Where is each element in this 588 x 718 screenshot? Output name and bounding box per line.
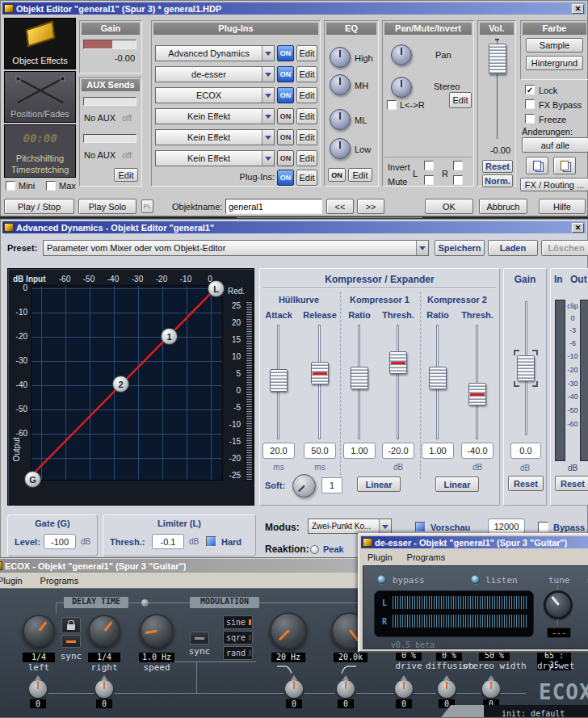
ecox-preset-bar[interactable]: init: default [484, 705, 588, 717]
vol-fader-handle[interactable] [489, 44, 506, 74]
loeschen-button[interactable]: Löschen [541, 240, 588, 256]
attack-slider[interactable] [270, 369, 288, 392]
plugins-master-edit-button[interactable]: Edit [296, 170, 317, 186]
laden-button[interactable]: Laden [488, 240, 538, 256]
mod-sync-button[interactable] [190, 632, 209, 645]
plugins-master-on-button[interactable]: ON [277, 170, 294, 186]
mod-speed-knob[interactable] [140, 614, 174, 648]
plugin-slot-6-on-button[interactable]: ON [277, 150, 294, 166]
preset-select[interactable]: Parameter vom Mixer oder vom Objekt-Edit… [43, 240, 429, 256]
paste-button[interactable] [553, 157, 576, 174]
peak-radio[interactable] [310, 545, 319, 554]
aux-bar-2[interactable] [83, 134, 136, 143]
fx-routing-button[interactable]: FX / Routing ... [520, 178, 588, 191]
plugin-slot-4-select[interactable]: Kein Effekt [155, 108, 275, 124]
lr-swap-checkbox[interactable] [387, 100, 397, 110]
max-checkbox[interactable] [46, 181, 56, 191]
plugin-slot-2-on-button[interactable]: ON [277, 66, 294, 82]
chevron-down-icon[interactable] [262, 130, 274, 145]
w2-gain-slider[interactable] [517, 355, 535, 381]
komp1-thresh-value[interactable]: -20.0 [382, 443, 414, 459]
chevron-down-icon[interactable] [262, 88, 274, 103]
mod-drive-knob[interactable] [395, 680, 413, 698]
chevron-down-icon[interactable] [262, 46, 274, 61]
speichern-button[interactable]: Speichern [435, 240, 485, 256]
wave-sine-button[interactable]: sine [223, 615, 253, 629]
abbruch-button[interactable]: Abbruch [479, 199, 527, 214]
copy-button[interactable] [526, 157, 548, 174]
mod-depth-right-knob[interactable] [95, 680, 113, 698]
sidebar-item-pitchshifting[interactable]: 00:00 Pitchshifting Timestretching [4, 124, 76, 178]
komp1-ratio-value[interactable]: 1.00 [343, 443, 376, 459]
eq-high-knob[interactable] [330, 47, 351, 68]
point-1[interactable]: 1 [161, 328, 178, 345]
hilfe-button[interactable]: Hilfe [539, 199, 586, 214]
chevron-down-icon[interactable] [416, 241, 428, 255]
tune-knob[interactable] [546, 593, 570, 617]
io-reset-button[interactable]: Reset [555, 476, 588, 491]
delay-right-knob[interactable] [88, 615, 120, 647]
dynamics-plot[interactable]: G 2 1 L [31, 285, 223, 481]
stereo-knob[interactable] [391, 77, 412, 98]
point-gate[interactable]: G [24, 471, 41, 488]
w2-gain-reset-button[interactable]: Reset [508, 476, 544, 491]
gate-level-value[interactable]: -100 [44, 534, 76, 549]
menu-plugin[interactable]: Plugin [0, 576, 23, 586]
play-solo-button[interactable]: Play Solo [78, 199, 136, 214]
eq-low-knob[interactable] [330, 138, 351, 159]
point-limiter[interactable]: L [208, 280, 225, 297]
plugin-slot-1-select[interactable]: Advanced Dynamics [155, 45, 275, 61]
modus-select[interactable]: Zwei-Punkt Ko... [308, 519, 392, 534]
komp2-ratio-slider[interactable] [429, 367, 447, 389]
plugin-slot-2-edit-button[interactable]: Edit [296, 66, 317, 82]
menu-plugin[interactable]: Plugin [368, 552, 393, 562]
eq-edit-button[interactable]: Edit [348, 168, 372, 182]
delay-left-value[interactable]: 1/4 [23, 653, 55, 662]
mini-checkbox[interactable] [6, 181, 15, 191]
plugin-slot-1-on-button[interactable]: ON [277, 45, 294, 61]
invert-r-checkbox[interactable] [453, 161, 463, 170]
hard-checkbox[interactable] [206, 536, 216, 547]
plugin-slot-6-edit-button[interactable]: Edit [296, 150, 317, 166]
plugin-slot-6-select[interactable]: Kein Effekt [155, 150, 275, 166]
release-slider[interactable] [311, 362, 329, 384]
plugin-slot-4-edit-button[interactable]: Edit [296, 108, 317, 124]
limiter-thresh-value[interactable]: -0.1 [152, 534, 184, 549]
close-icon[interactable]: ✕ [572, 4, 584, 14]
next-object-button[interactable]: >> [357, 199, 384, 214]
point-2[interactable]: 2 [112, 376, 129, 393]
komp1-thresh-slider[interactable] [389, 351, 407, 374]
plugin-slot-2-select[interactable]: de-esser [155, 66, 275, 82]
pan-knob[interactable] [391, 44, 412, 65]
vol-reset-button[interactable]: Reset [482, 160, 513, 173]
komp2-thresh-slider[interactable] [468, 383, 486, 405]
listen-led[interactable] [471, 575, 480, 584]
menu-programs[interactable]: Programs [407, 552, 446, 562]
wave-rand-button[interactable]: rand [223, 646, 253, 660]
prev-object-button[interactable]: << [326, 199, 354, 214]
modus-field[interactable]: 12000 [488, 519, 525, 534]
close-icon[interactable]: ✕ [572, 223, 584, 233]
attack-value[interactable]: 20.0 [262, 443, 295, 459]
plugin-slot-3-on-button[interactable]: ON [277, 87, 294, 103]
lock-sync-button[interactable] [61, 617, 81, 633]
auf-alle-button[interactable]: auf alle [522, 137, 588, 153]
play-stop-button[interactable]: Play / Stop [4, 199, 74, 214]
filter-lo-knob[interactable] [270, 612, 307, 649]
soft-value[interactable]: 1 [321, 477, 342, 493]
aux-bar-1[interactable] [83, 97, 136, 106]
objekt-editor-titlebar[interactable]: Objekt Editor "general1" (Spur 3) * gene… [2, 2, 586, 15]
soft-knob[interactable] [292, 474, 316, 498]
mod-filter-hi-knob[interactable] [337, 680, 355, 698]
mod-filter-lo-knob[interactable] [285, 680, 303, 698]
plugin-slot-3-edit-button[interactable]: Edit [296, 87, 317, 103]
mod-diffusion-knob[interactable] [438, 680, 456, 698]
delay-left-knob[interactable] [23, 615, 55, 647]
komp1-linear-button[interactable]: Linear [357, 477, 401, 492]
ok-button[interactable]: OK [425, 199, 473, 214]
mod-stereo-knob[interactable] [482, 680, 500, 698]
sidebar-item-object-effects[interactable]: Object Effects [4, 18, 76, 69]
chevron-down-icon[interactable] [262, 67, 274, 82]
bypass-checkbox[interactable] [538, 522, 548, 532]
komp1-ratio-slider[interactable] [351, 367, 368, 389]
